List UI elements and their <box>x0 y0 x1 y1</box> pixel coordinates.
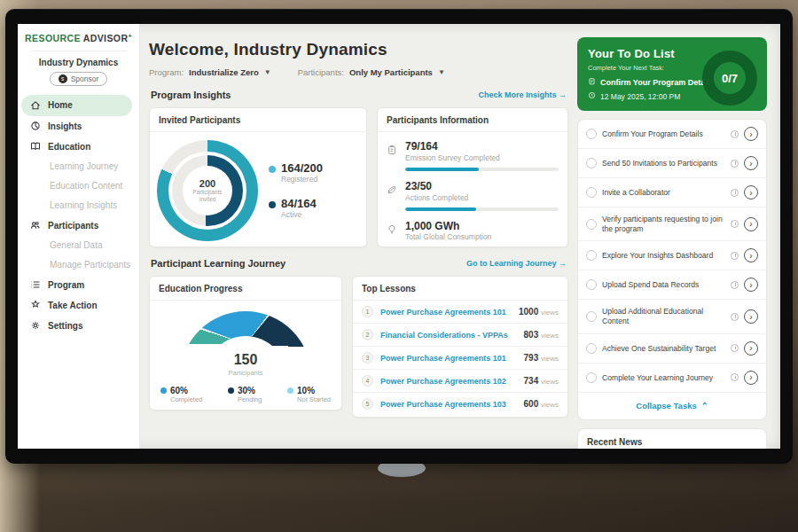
sidebar-item-participants[interactable]: Participants <box>18 215 139 236</box>
todo-hero-card: Your To Do List Complete Your Next Task:… <box>577 37 767 111</box>
collapse-tasks-link[interactable]: Collapse Tasks ⌃ <box>578 393 766 419</box>
chevron-right-button[interactable]: › <box>744 371 758 385</box>
sidebar-item-manage-participants[interactable]: Manage Participants <box>18 255 139 275</box>
sponsor-icon: s <box>59 74 67 83</box>
card-title: Participants Information <box>378 108 567 132</box>
lesson-link[interactable]: Power Purchase Agreements 103 <box>380 400 517 409</box>
chevron-right-button[interactable]: › <box>744 185 758 200</box>
program-filter[interactable]: Program: Industrialize Zero ▼ <box>149 67 271 77</box>
go-to-learning-journey-link[interactable]: Go to Learning Journey → <box>466 259 567 268</box>
task-checkbox[interactable] <box>586 187 597 198</box>
legend-pending: 30% Pending <box>228 386 262 403</box>
sidebar-item-home[interactable]: Home <box>21 95 132 116</box>
clock-icon <box>731 130 739 138</box>
education-gauge-chart: 150 Participants <box>180 311 311 377</box>
sidebar-item-education[interactable]: Education <box>18 137 139 157</box>
book-icon <box>30 141 41 152</box>
lightbulb-icon <box>387 221 398 242</box>
gauge-center-value: 150 <box>234 353 258 367</box>
chevron-right-button[interactable]: › <box>744 127 758 141</box>
main-content: Welcome, Industry Dynamics Program: Indu… <box>149 33 568 449</box>
task-checkbox[interactable] <box>586 343 597 354</box>
sidebar-item-program[interactable]: Program <box>18 275 139 295</box>
lesson-link[interactable]: Power Purchase Agreements 101 <box>380 354 517 363</box>
task-checkbox[interactable] <box>586 158 597 168</box>
task-checkbox[interactable] <box>586 372 597 383</box>
gear-icon <box>30 320 41 331</box>
legend-not-started: 10% Not Started <box>287 386 331 403</box>
rank-badge: 4 <box>362 375 373 387</box>
sidebar-item-take-action[interactable]: Take Action <box>18 295 139 316</box>
task-row-9: Complete Your Learning Journey › <box>578 364 766 393</box>
emission-survey-row: 79/164 Emission Survey Completed <box>387 141 559 171</box>
logo-plus: + <box>128 32 132 38</box>
program-insights-title: Program Insights <box>151 90 231 100</box>
home-icon <box>30 100 41 111</box>
task-row-5: Explore Your Insights Dashboard › <box>578 241 766 270</box>
task-checkbox[interactable] <box>586 311 597 322</box>
card-title: Education Progress <box>150 277 341 301</box>
lesson-row-5: 5 Power Purchase Agreements 103 600 view… <box>353 393 567 415</box>
arrow-right-icon: → <box>559 90 567 99</box>
task-row-7: Upload Additional Educational Content › <box>578 300 766 333</box>
participants-filter[interactable]: Participants: Only My Participants ▼ <box>298 67 445 77</box>
sidebar-item-general-data[interactable]: General Data <box>18 236 139 255</box>
app-window: RESOURCE ADVISOR+ Industry Dynamics s Sp… <box>18 24 780 449</box>
task-checkbox[interactable] <box>586 219 597 230</box>
legend-completed: 60% Completed <box>160 386 202 403</box>
lesson-link[interactable]: Financial Considerations - VPPAs <box>380 331 517 340</box>
task-checkbox[interactable] <box>586 279 597 290</box>
todo-progress-ring: 0/7 <box>702 51 757 106</box>
lesson-row-4: 4 Power Purchase Agreements 102 734 view… <box>353 370 567 393</box>
chevron-down-icon: ▼ <box>264 68 271 76</box>
lesson-link[interactable]: Power Purchase Agreements 101 <box>380 308 512 317</box>
sidebar-item-education-content[interactable]: Education Content <box>18 176 139 196</box>
task-row-2: Send 50 Invitations to Participants › <box>578 149 766 178</box>
check-more-insights-link[interactable]: Check More Insights → <box>478 90 567 99</box>
consumption-row: 1,000 GWh Total Global Consumption <box>387 221 559 242</box>
org-name: Industry Dynamics <box>18 58 139 67</box>
todo-progress-value: 0/7 <box>722 72 738 85</box>
chevron-right-button[interactable]: › <box>744 156 758 170</box>
clock-icon <box>731 189 739 197</box>
actions-completed-row: 23/50 Actions Completed <box>387 181 559 211</box>
education-progress-card: Education Progress 150 Participants <box>149 276 342 411</box>
task-row-6: Upload Spend Data Records › <box>578 270 766 300</box>
lesson-link[interactable]: Power Purchase Agreements 102 <box>380 377 517 386</box>
logo-resource: RESOURCE <box>25 33 81 43</box>
leaf-icon <box>387 181 398 211</box>
task-row-3: Invite a Collaborator › <box>578 178 766 207</box>
monitor-bezel: RESOURCE ADVISOR+ Industry Dynamics s Sp… <box>5 9 793 464</box>
sidebar-item-learning-journey[interactable]: Learning Journey <box>18 157 139 176</box>
invited-participants-card: Invited Participants 200 Participants In… <box>149 107 367 247</box>
gauge-center-label: Participants <box>228 369 262 377</box>
sidebar-item-settings[interactable]: Settings <box>18 316 139 336</box>
task-row-1: Confirm Your Program Details › <box>578 120 766 149</box>
lesson-row-3: 3 Power Purchase Agreements 101 793 view… <box>353 347 567 370</box>
legend-dot-pending <box>228 387 234 394</box>
page-title: Welcome, Industry Dynamics <box>149 40 568 59</box>
chevron-right-button[interactable]: › <box>744 217 758 231</box>
action-icon <box>30 300 41 310</box>
sidebar-item-learning-insights[interactable]: Learning Insights <box>18 196 139 215</box>
rank-badge: 3 <box>362 352 373 364</box>
chevron-right-button[interactable]: › <box>744 341 758 356</box>
clock-icon <box>731 373 739 381</box>
chevron-right-button[interactable]: › <box>744 248 758 262</box>
chevron-right-button[interactable]: › <box>744 278 758 292</box>
participants-information-card: Participants Information 79/164 Emission… <box>377 107 568 247</box>
chevron-down-icon: ▼ <box>438 68 445 76</box>
logo-advisor: ADVISOR+ <box>83 33 132 43</box>
task-checkbox[interactable] <box>586 250 597 261</box>
sidebar-nav: Home Insights Education Learning Journey <box>18 95 139 336</box>
lesson-row-2: 2 Financial Considerations - VPPAs 803 v… <box>353 324 567 347</box>
task-checkbox[interactable] <box>586 129 597 139</box>
todo-next-task: Confirm Your Program Details <box>588 77 721 87</box>
clock-icon <box>731 252 739 260</box>
chevron-right-button[interactable]: › <box>744 309 758 324</box>
sidebar-item-insights[interactable]: Insights <box>18 116 139 137</box>
sponsor-badge[interactable]: s Sponsor <box>50 72 108 86</box>
rank-badge: 1 <box>362 306 373 317</box>
card-title: Top Lessons <box>353 277 567 301</box>
task-row-4: Verify participants requesting to join t… <box>578 207 766 241</box>
